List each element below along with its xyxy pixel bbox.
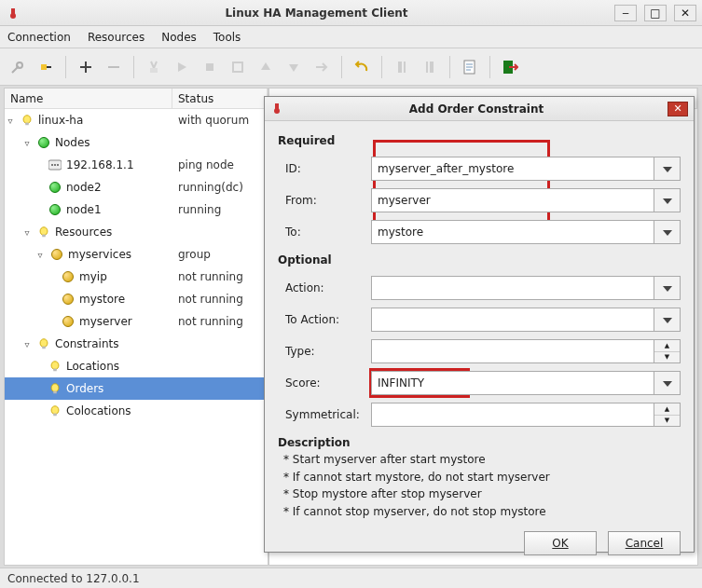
dialog-close-button[interactable]: ✕	[668, 102, 688, 116]
tree-label: Colocations	[66, 404, 131, 417]
tree-row-mystore[interactable]: mystore not running	[5, 288, 268, 310]
tree-row-node-ip[interactable]: 192.168.1.1 ping node	[5, 154, 268, 176]
expand-icon[interactable]: ▿	[21, 339, 33, 349]
tree-row-myserver[interactable]: myserver not running	[5, 310, 268, 333]
toolbar	[0, 48, 702, 86]
input-action[interactable]	[371, 276, 654, 300]
svg-rect-7	[233, 62, 242, 72]
toolbar-cleanup-icon[interactable]	[142, 55, 166, 79]
tree-status: group	[172, 248, 211, 261]
description-heading: Description	[278, 436, 681, 449]
input-to-action[interactable]	[371, 308, 654, 332]
label-from: From:	[278, 194, 371, 207]
menu-tools[interactable]: Tools	[213, 31, 241, 44]
maximize-button[interactable]: □	[644, 5, 667, 21]
menu-resources[interactable]: Resources	[88, 31, 145, 44]
tree-label: Nodes	[55, 136, 90, 149]
tree-status: ping node	[172, 158, 234, 171]
toolbar-remove-icon[interactable]	[102, 55, 126, 79]
resource-gold-icon	[61, 269, 76, 284]
col-status[interactable]: Status	[172, 89, 268, 108]
toolbar-start-icon[interactable]	[170, 55, 194, 79]
minimize-button[interactable]: ‒	[614, 5, 637, 21]
tree-row-locations[interactable]: Locations	[5, 355, 268, 377]
input-to[interactable]: mystore	[371, 220, 654, 244]
svg-rect-11	[404, 62, 406, 73]
close-button[interactable]: ✕	[674, 5, 696, 21]
add-order-constraint-dialog: Add Order Constraint ✕ Required ID: myse…	[264, 96, 695, 553]
toolbar-separator	[489, 56, 490, 78]
tree-label: node2	[66, 181, 102, 194]
toolbar-standby-icon[interactable]	[390, 55, 414, 79]
dropdown-from[interactable]	[654, 188, 681, 212]
expand-icon[interactable]: ▿	[21, 227, 33, 238]
tree-column-header: Name Status	[5, 89, 268, 109]
dropdown-id[interactable]	[654, 157, 681, 181]
toolbar-undo-icon[interactable]	[350, 55, 374, 79]
tree-row-linuxha[interactable]: ▿ linux-ha with quorum	[5, 109, 268, 131]
toolbar-default-icon[interactable]	[226, 55, 250, 79]
bulb-icon	[48, 403, 62, 418]
svg-marker-9	[289, 64, 298, 72]
tree-status: not running	[172, 315, 243, 328]
toolbar-down-icon[interactable]	[282, 55, 306, 79]
svg-point-21	[57, 164, 59, 166]
tree-row-orders[interactable]: Orders	[5, 377, 268, 400]
spinner-symmetrical[interactable]: ▲▼	[654, 403, 681, 427]
tree-row-myip[interactable]: myip not running	[5, 266, 268, 288]
status-bar: Connected to 127.0.0.1	[0, 567, 702, 588]
tree-row-constraints[interactable]: ▿ Constraints	[5, 333, 268, 355]
dropdown-to-action[interactable]	[654, 308, 681, 332]
toolbar-stop-icon[interactable]	[198, 55, 222, 79]
svg-rect-12	[426, 62, 428, 73]
toolbar-active-icon[interactable]	[418, 55, 442, 79]
dialog-app-icon	[270, 102, 285, 116]
tree-row-node1[interactable]: node1 running	[5, 198, 268, 221]
input-id[interactable]: myserver_after_mystore	[371, 157, 654, 181]
input-type[interactable]	[371, 339, 654, 363]
dialog-titlebar: Add Order Constraint ✕	[265, 97, 694, 121]
menubar: Connection Resources Nodes Tools	[0, 26, 702, 48]
svg-rect-13	[430, 62, 434, 73]
cancel-button[interactable]: Cancel	[608, 531, 681, 555]
tree-row-nodes[interactable]: ▿ Nodes	[5, 131, 268, 154]
toolbar-separator	[381, 56, 382, 78]
tree-row-colocations[interactable]: Colocations	[5, 400, 268, 422]
input-score[interactable]: INFINITY	[371, 371, 654, 395]
toolbar-exit-icon[interactable]	[498, 55, 522, 79]
expand-icon[interactable]: ▿	[5, 116, 16, 126]
tree-row-node2[interactable]: node2 running(dc)	[5, 176, 268, 198]
input-symmetrical[interactable]	[371, 403, 654, 427]
tree-status: not running	[172, 270, 243, 283]
toolbar-disconnect-icon[interactable]	[34, 55, 58, 79]
toolbar-up-icon[interactable]	[254, 55, 278, 79]
tree-status: not running	[172, 293, 243, 306]
svg-rect-3	[41, 64, 47, 70]
input-from[interactable]: myserver	[371, 188, 654, 212]
expand-icon[interactable]: ▿	[21, 138, 33, 148]
label-score: Score:	[278, 376, 371, 390]
menu-nodes[interactable]: Nodes	[161, 31, 197, 44]
section-optional: Optional	[278, 253, 681, 267]
tree-row-resources[interactable]: ▿ Resources	[5, 221, 268, 243]
tree-label: Locations	[66, 360, 119, 373]
ok-button[interactable]: OK	[524, 531, 597, 555]
col-name[interactable]: Name	[5, 89, 172, 108]
dropdown-score[interactable]	[654, 371, 681, 395]
svg-point-19	[51, 164, 53, 166]
toolbar-document-icon[interactable]	[458, 55, 482, 79]
dropdown-action[interactable]	[654, 276, 681, 300]
dropdown-to[interactable]	[654, 220, 681, 244]
node-green-icon	[36, 135, 51, 150]
svg-point-20	[54, 164, 56, 166]
section-required: Required	[278, 134, 681, 147]
menu-connection[interactable]: Connection	[7, 31, 71, 44]
tree-label: Orders	[66, 382, 103, 395]
toolbar-migrate-icon[interactable]	[310, 55, 334, 79]
toolbar-connect-icon[interactable]	[6, 55, 30, 79]
tree-row-myservices[interactable]: ▿ myservices group	[5, 243, 268, 266]
toolbar-add-icon[interactable]	[74, 55, 98, 79]
spinner-type[interactable]: ▲▼	[654, 339, 681, 363]
expand-icon[interactable]: ▿	[34, 250, 46, 260]
resource-gold-icon	[49, 247, 64, 262]
